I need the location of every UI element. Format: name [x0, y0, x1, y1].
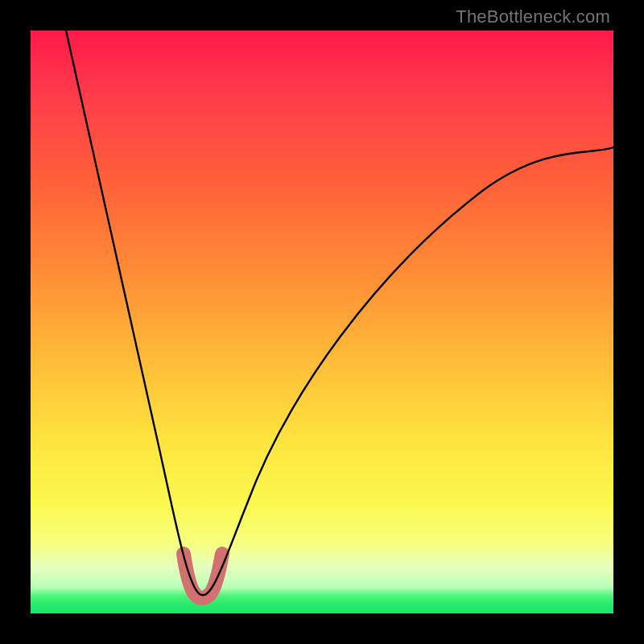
plot-area: [31, 31, 613, 613]
bottleneck-curve: [66, 31, 613, 595]
chart-stage: TheBottleneck.com: [0, 0, 644, 644]
curve-layer: [31, 31, 613, 613]
credit-label: TheBottleneck.com: [456, 6, 610, 27]
